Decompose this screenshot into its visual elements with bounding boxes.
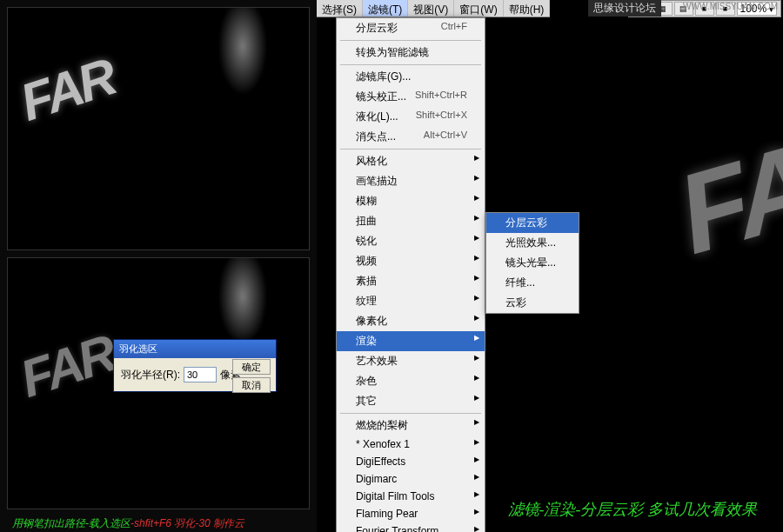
mi-plugin[interactable]: Fourier Transform — [337, 522, 485, 532]
mi-lens-flare[interactable]: 镜头光晕... — [486, 253, 579, 273]
mi-clouds[interactable]: 云彩 — [486, 293, 579, 313]
feather-radius-input[interactable] — [184, 367, 217, 382]
mi-last-filter[interactable]: 分层云彩Ctrl+F — [337, 18, 485, 38]
mi-plugin[interactable]: Digital Film Tools — [337, 488, 485, 505]
mi-render[interactable]: 渲染 — [337, 331, 485, 351]
mi-filter-gallery[interactable]: 滤镜库(G)... — [337, 67, 485, 87]
mi-stylize[interactable]: 风格化 — [337, 151, 485, 171]
filter-menu: 分层云彩Ctrl+F 转换为智能滤镜 滤镜库(G)... 镜头校正...Shif… — [336, 17, 485, 532]
right-caption: 滤镜-渲染-分层云彩 多试几次看效果 — [508, 499, 758, 520]
mi-sketch[interactable]: 素描 — [337, 271, 485, 291]
cancel-button[interactable]: 取消 — [232, 377, 271, 393]
menu-window[interactable]: 窗口(W) — [454, 0, 503, 17]
mi-lighting-effects[interactable]: 光照效果... — [486, 233, 579, 253]
left-caption: 用钢笔扣出路径-载入选区-shfit+F6 羽化-30 制作云 — [12, 516, 244, 531]
watermark-title: 思缘设计论坛 — [588, 0, 661, 17]
mi-other[interactable]: 其它 — [337, 391, 485, 411]
mi-plugin[interactable]: * Xenofex 1 — [337, 436, 485, 453]
text-3d-far: FAR — [13, 7, 298, 241]
mi-sharpen[interactable]: 锐化 — [337, 231, 485, 251]
mi-plugin[interactable]: Digimarc — [337, 470, 485, 488]
feather-label: 羽化半径(R): — [121, 368, 180, 382]
render-submenu: 分层云彩 光照效果... 镜头光晕... 纤维... 云彩 — [485, 212, 579, 314]
mi-brush-strokes[interactable]: 画笔描边 — [337, 171, 485, 191]
menu-filter[interactable]: 滤镜(T) — [363, 0, 408, 17]
mi-lens-correction[interactable]: 镜头校正...Shift+Ctrl+R — [337, 87, 485, 107]
mi-pixelate[interactable]: 像素化 — [337, 311, 485, 331]
menubar: 选择(S) 滤镜(T) 视图(V) 窗口(W) 帮助(H) — [317, 0, 550, 17]
mi-plugin[interactable]: 燃烧的梨树 — [337, 416, 485, 436]
watermark-url: WWW.MISSYUAN.COM — [683, 2, 778, 11]
example-panel-1: FAR — [7, 7, 310, 250]
text-3d-far: FAR — [13, 277, 298, 509]
mi-noise[interactable]: 杂色 — [337, 371, 485, 391]
menu-help[interactable]: 帮助(H) — [504, 0, 551, 17]
menu-select[interactable]: 选择(S) — [317, 0, 363, 17]
feather-dialog: 羽化选区 羽化半径(R): 像素 确定 取消 — [113, 339, 277, 392]
mi-smart-filter[interactable]: 转换为智能滤镜 — [337, 43, 485, 63]
mi-artistic[interactable]: 艺术效果 — [337, 351, 485, 371]
mi-liquify[interactable]: 液化(L)...Shift+Ctrl+X — [337, 107, 485, 127]
menu-view[interactable]: 视图(V) — [408, 0, 454, 17]
ok-button[interactable]: 确定 — [232, 359, 271, 375]
mi-texture[interactable]: 纹理 — [337, 291, 485, 311]
mi-distort[interactable]: 扭曲 — [337, 211, 485, 231]
mi-fibers[interactable]: 纤维... — [486, 273, 579, 293]
mi-plugin[interactable]: Flaming Pear — [337, 505, 485, 522]
mi-plugin[interactable]: DigiEffects — [337, 453, 485, 470]
mi-video[interactable]: 视频 — [337, 251, 485, 271]
mi-blur[interactable]: 模糊 — [337, 191, 485, 211]
dialog-title: 羽化选区 — [114, 340, 276, 358]
mi-difference-clouds[interactable]: 分层云彩 — [486, 213, 579, 233]
mi-vanishing-point[interactable]: 消失点...Alt+Ctrl+V — [337, 127, 485, 147]
text-3d-far-large: FAR — [664, 49, 783, 455]
